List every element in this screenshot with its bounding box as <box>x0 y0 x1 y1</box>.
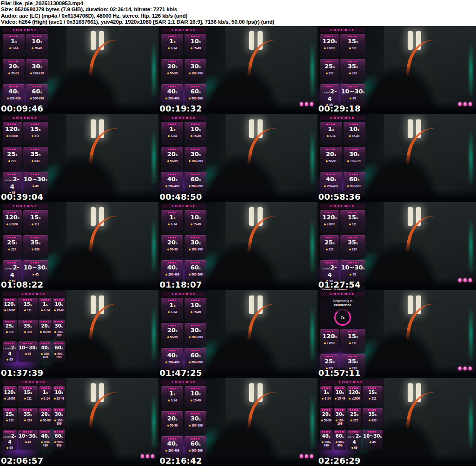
token-range: 333 <box>19 330 37 334</box>
thumbnail[interactable]: LOVENSE1s1-1410s15-4920s50-9930s100-1994… <box>159 114 317 202</box>
thumbnail[interactable]: LOVENSE1s1-1410s15-4920s50-9930s100-1994… <box>0 26 159 114</box>
token-dot-icon <box>191 311 192 313</box>
token-range: 500-999 <box>185 449 206 452</box>
tip-menu-tile: 60s500-999 <box>53 341 65 362</box>
tip-duration: 35s <box>341 358 364 366</box>
thumbnail[interactable]: LOVENSE120s≥100015s11125s22235s333Level2… <box>317 202 476 290</box>
thumbnail[interactable]: LOVENSE120s≥100015s11125s22235s333Level2… <box>0 290 159 378</box>
tip-menu-tile: 1s1-14 <box>39 386 51 407</box>
thumbnail[interactable]: LOVENSE1s1-1410s15-4920s50-9930s100-1994… <box>159 378 317 466</box>
stream-overlay-panel: LOVENSE1s1-1410s15-4920s50-9930s100-1994… <box>320 380 383 450</box>
seconds-suffix: s <box>35 347 37 350</box>
thumbnail[interactable]: LOVENSE1s1-1410s15-4920s50-9930s100-1994… <box>159 26 317 114</box>
vibration-pattern-icon <box>9 86 19 87</box>
token-dot-icon <box>349 135 351 137</box>
tip-duration: 1s <box>40 390 51 396</box>
token-range: 222 <box>3 248 21 251</box>
thumbnail[interactable]: LOVENSE1s1-1410s15-4920s50-9930s100-1994… <box>317 378 476 466</box>
token-range: 200-499 <box>162 361 183 364</box>
vibration-pattern-icon <box>322 409 331 411</box>
tip-menus: 1s1-1410s15-4920s50-9930s100-19940s200-4… <box>3 34 48 108</box>
led-strip-glow <box>311 218 314 272</box>
seconds-suffix: s <box>356 66 358 69</box>
token-range: 45 <box>24 184 47 188</box>
tip-gift-icon <box>305 102 308 106</box>
tip-gift-icon <box>310 102 313 106</box>
thumbnail[interactable]: LOVENSE120s≥100015s11125s22235s333Level2… <box>0 378 159 466</box>
thumbnail[interactable]: LOVENSEResponding tocalcium517s120s≥1000… <box>317 290 476 378</box>
tip-menu-tile: 1s1-14 <box>320 122 342 145</box>
tip-level-prefix: Level <box>322 267 330 270</box>
seconds-suffix: s <box>327 391 329 395</box>
thumbnail[interactable]: LOVENSE1s1-1410s15-4920s50-9930s100-1994… <box>159 202 317 290</box>
thumbnail-grid: LOVENSE1s1-1410s15-4920s50-9930s100-1994… <box>0 26 476 466</box>
tip-menu-tile: 120s≥1000 <box>320 34 339 58</box>
tip-menu-tile: 25s222 <box>3 235 22 259</box>
tip-duration: 10~30s <box>341 88 364 96</box>
thumbnail[interactable]: LOVENSE120s≥100015s11125s22235s333Level2… <box>317 26 476 114</box>
tip-duration: 1s <box>162 38 183 46</box>
token-dot-icon <box>191 135 192 137</box>
tip-duration: 30s <box>185 151 206 158</box>
tip-menu-tile: 120s≥1000 <box>3 122 22 145</box>
token-range: 222 <box>3 159 21 163</box>
lovense-banner: LOVENSE <box>161 292 206 296</box>
tip-duration: 10s <box>185 126 206 133</box>
seconds-suffix: s <box>199 242 201 245</box>
led-strip-glow <box>469 306 473 360</box>
token-dot-icon <box>370 441 371 443</box>
lovense-banner: LOVENSE <box>320 380 383 385</box>
token-range: 111 <box>341 341 364 345</box>
tip-menu-tile: 10~30s45 <box>363 430 382 450</box>
led-strip-glow <box>152 130 156 184</box>
vibration-pattern-icon <box>7 262 17 263</box>
file-size-line: Size: 8520680379 bytes (7.9 GiB), durati… <box>1 7 476 13</box>
tip-duration: 60s <box>53 345 65 351</box>
tip-duration: 60s <box>26 88 47 96</box>
tip-menu-tile: 35s333 <box>18 408 38 428</box>
thumbnail[interactable]: LOVENSE1s1-1410s15-4920s50-9930s100-1994… <box>317 114 476 202</box>
token-dot-icon <box>4 309 6 311</box>
token-dot-icon <box>167 160 169 162</box>
vibration-pattern-icon <box>350 409 359 411</box>
tip-menu: 120s≥100015s11125s22235s333Level2-46910~… <box>3 210 48 284</box>
led-strip-glow <box>311 306 314 360</box>
tip-gift-icon <box>141 454 144 458</box>
token-dot-icon <box>349 342 351 344</box>
tip-menu-tile: 15s111 <box>340 210 365 234</box>
tip-menu-tile: 10~30s45 <box>18 341 38 362</box>
token-dot-icon <box>350 420 352 421</box>
token-dot-icon <box>189 274 191 276</box>
led-strip-glow <box>469 130 473 184</box>
thumbnail[interactable]: LOVENSE1s1-1410s15-4920s50-9930s100-1994… <box>159 290 317 378</box>
token-dot-icon <box>349 398 350 400</box>
stream-overlay-panel: LOVENSE120s≥100015s11125s22235s333Level2… <box>320 204 365 290</box>
tip-duration: 25s <box>3 412 16 418</box>
tip-duration: Level2-4 <box>3 433 16 445</box>
tip-emoji-icons <box>458 278 472 282</box>
vibration-pattern-icon <box>168 237 177 238</box>
tip-duration: 20s <box>40 323 51 329</box>
stream-overlay-panel: LOVENSE120s≥100015s11125s22235s333Level2… <box>3 116 48 196</box>
vibration-pattern-icon <box>23 343 33 344</box>
tip-level-prefix: Level <box>5 178 13 182</box>
token-range: 111 <box>24 223 47 226</box>
tip-duration: 60s <box>53 433 65 440</box>
thumbnail[interactable]: LOVENSE120s≥100015s11125s22235s333Level2… <box>0 114 159 202</box>
tip-menu-tile: 30s100-199 <box>344 147 365 171</box>
token-dot-icon <box>324 342 326 344</box>
thumbnail[interactable]: LOVENSE120s≥100015s11125s22235s333Level2… <box>0 202 159 290</box>
seconds-suffix: s <box>199 178 201 182</box>
tip-menu-tile: 20s50-99 <box>39 408 51 428</box>
vibration-pattern-icon <box>350 174 359 175</box>
vibration-pattern-icon <box>348 262 357 263</box>
token-range: 45 <box>19 352 37 355</box>
seconds-suffix: s <box>342 391 344 395</box>
token-dot-icon <box>327 135 329 137</box>
vibration-pattern-icon <box>191 237 200 238</box>
token-range: 1-14 <box>321 134 342 138</box>
seconds-suffix: s <box>47 347 49 350</box>
seconds-suffix: s <box>199 443 201 446</box>
timestamp-label: 01:27:54 <box>318 281 361 289</box>
seconds-suffix: s <box>176 66 178 69</box>
